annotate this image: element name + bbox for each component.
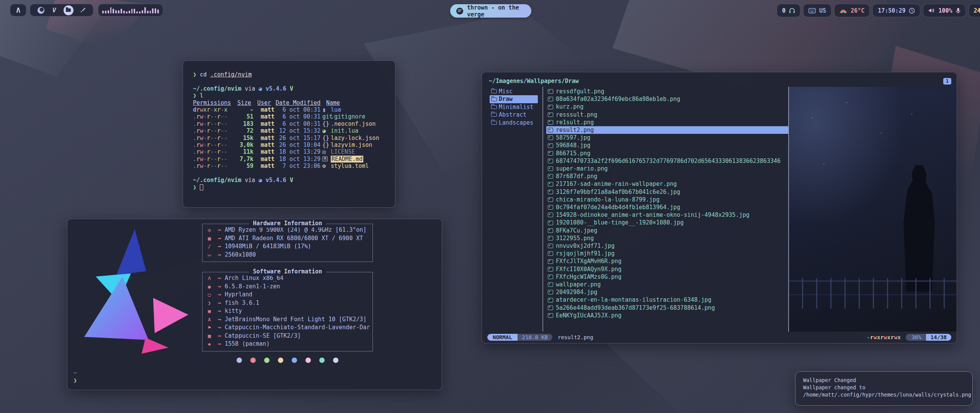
folder-icon (491, 89, 497, 93)
date-widget[interactable]: 24 (969, 4, 980, 17)
file-row[interactable]: FXfcII0X0AQyn9X.png (546, 265, 788, 273)
file-row[interactable]: 587597.jpg (546, 134, 788, 141)
file-name: FXfcJlTXgAMvH6R.png (556, 257, 622, 265)
brush-icon[interactable] (78, 6, 87, 15)
volume-widget[interactable]: 100% (923, 4, 965, 17)
clock-widget[interactable]: 17:50:29 (872, 4, 920, 17)
prompt-symbol: ❯ (193, 184, 196, 191)
date-cell: 18 oct 13:29 (276, 148, 322, 155)
preview-railing (789, 278, 957, 309)
cava-bar (144, 7, 146, 13)
logo-triangle-dark-blue (116, 229, 146, 275)
folder-icon (491, 113, 497, 117)
file-row[interactable]: EeNKYgIUcAAJ5JX.png (546, 312, 788, 319)
book-icon: ▤ (322, 148, 331, 155)
palette-dot (305, 358, 311, 363)
notification-popup[interactable]: Wallpaper Changed Wallpaper changed to /… (795, 371, 973, 406)
file-size-badge: 218.8 KB (518, 334, 552, 341)
music-widget[interactable]: thrown - on the verge (450, 4, 531, 18)
font-icon: A (205, 316, 214, 324)
file-row[interactable]: FXfcHgcWIAMzs0G.png (546, 273, 788, 281)
command-l: l (200, 92, 203, 99)
file-row[interactable]: resssult.png (546, 111, 788, 119)
preview-glow (788, 87, 911, 236)
notification-title: Wallpaper Changed (803, 377, 965, 384)
pane-separator (542, 87, 543, 332)
file-row[interactable]: super-mario.png (546, 165, 788, 172)
file-row[interactable]: 154928-odinokoe_anime-art-anime-okno-sin… (546, 211, 788, 219)
file-row[interactable]: chica-mirando-la-luna-8799.jpg (546, 196, 788, 203)
file-row[interactable]: 217167-sad-anime-rain-wallpaper.png (546, 180, 788, 188)
file-row[interactable]: 3126f7e9bbf21a8a4af0b67b041c6e26.jpg (546, 188, 788, 196)
clients-widget[interactable]: 0 (777, 4, 800, 17)
file-row[interactable]: 0c794faf07de24a4db4d4fb1eb813964.jpg (546, 203, 788, 211)
folder-icon: ▮ (322, 106, 331, 113)
gpu-icon: ▦ (205, 235, 214, 243)
file-row[interactable]: 3122955.png (546, 234, 788, 242)
command-cd: cd (200, 71, 207, 78)
file-row[interactable]: 866715.png (546, 150, 788, 157)
fetch-entry: ▭→980x413 (205, 251, 370, 259)
date-cell: 7 oct 23:06 (276, 163, 322, 169)
sidebar-item-minimalist[interactable]: Minimalist (490, 103, 538, 111)
cava-bar (110, 7, 112, 13)
temperature-label: 26°C (851, 7, 864, 14)
user-cell: matt (257, 148, 276, 155)
file-row[interactable]: re1sult.png (546, 119, 788, 126)
list-position: 14/38 (926, 334, 951, 341)
launcher-button[interactable]: Λ (10, 4, 26, 16)
image-file-icon (548, 267, 553, 272)
keyboard-layout-widget[interactable]: US (803, 4, 831, 17)
speaker-icon (928, 8, 935, 13)
file-row[interactable]: wallpaper.png (546, 281, 788, 288)
cava-bar (121, 9, 122, 13)
file-row[interactable]: 87r687df.png (546, 172, 788, 180)
file-row[interactable]: result2.png (546, 126, 788, 134)
sidebar-item-landscapes[interactable]: Landscapes (490, 119, 538, 127)
vim-icon[interactable]: V (50, 6, 59, 15)
cava-bar (123, 11, 125, 13)
lua-icon: ◕ (259, 177, 262, 184)
sidebar-item-draw[interactable]: Draw (490, 95, 538, 103)
file-row[interactable]: 08a634fa02a32364f69ebc86a98eb1eb.png (546, 95, 788, 103)
file-row[interactable]: 596848.jpg (546, 141, 788, 149)
file-row[interactable]: 19201080-__blue-tinge__-1920×1080.jpg (546, 219, 788, 226)
sidebar-item-misc[interactable]: Misc (490, 88, 538, 95)
memory-icon: ∕ (205, 243, 214, 251)
file-row[interactable]: 20492984.jpg (546, 288, 788, 296)
file-row[interactable]: 8FKa7Cu.jpeg (546, 227, 788, 234)
file-row[interactable]: 5a266e448add93deab367d87173e9f25-6837886… (546, 304, 788, 312)
file-row[interactable]: atardecer-en-la-montanas-ilustracion-634… (546, 296, 788, 304)
file-name: 8FKa7Cu.jpeg (556, 227, 597, 234)
image-file-icon (548, 112, 553, 117)
file-row[interactable]: FXfcJlTXgAMvH6R.png (546, 257, 788, 265)
palette-dot (333, 358, 338, 363)
user-cell: matt (257, 106, 276, 113)
file-row[interactable]: rsjqojlmjhf91.jpg (546, 250, 788, 257)
fetch-window[interactable]: Hardware Information ◎→AMD Ryzen 9 5900X… (67, 219, 442, 390)
weather-widget[interactable]: 26°C (834, 4, 870, 17)
file-row[interactable]: nnvuv0xj2df71.jpg (546, 242, 788, 250)
file-row[interactable]: 68747470733a2f2f696d616765732d7769786d70… (546, 157, 788, 165)
ls-row: .rw-r--r--15k matt 26 oct 15:17{}lazy-lo… (193, 135, 385, 141)
file-row[interactable]: ressdfgult.png (546, 88, 788, 95)
arrow-icon: → (217, 299, 221, 307)
files-icon[interactable] (64, 5, 74, 15)
fetch-entry-text: Catppuccin-SE [GTK2/3] (225, 332, 301, 340)
shell-icon: ❯ (205, 299, 214, 307)
sidebar-item-label: Draw (499, 95, 513, 103)
date-label: 24 (974, 7, 980, 14)
ls-header-cell: Permissions (193, 99, 237, 106)
fetch-entry: ❯→fish 3.6.1 (205, 299, 370, 307)
permissions-cell: .rw-r--r-- (193, 127, 237, 134)
terminal-window[interactable]: ❯ cd .config/nvim ~/.config/nvim via ◕ v… (183, 60, 395, 208)
folder-icon (491, 98, 497, 101)
arrow-icon: → (217, 242, 221, 250)
firefox-icon[interactable] (37, 6, 45, 15)
sidebar-item-abstract[interactable]: Abstract (490, 111, 538, 119)
file-name: 20492984.jpg (556, 288, 597, 296)
cava-bar (152, 8, 154, 13)
image-file-icon (548, 221, 553, 225)
file-manager-window[interactable]: ~/Imagenes/Wallpapers/Draw 1 MiscDrawMin… (482, 72, 957, 343)
file-row[interactable]: kurz.png (546, 103, 788, 111)
